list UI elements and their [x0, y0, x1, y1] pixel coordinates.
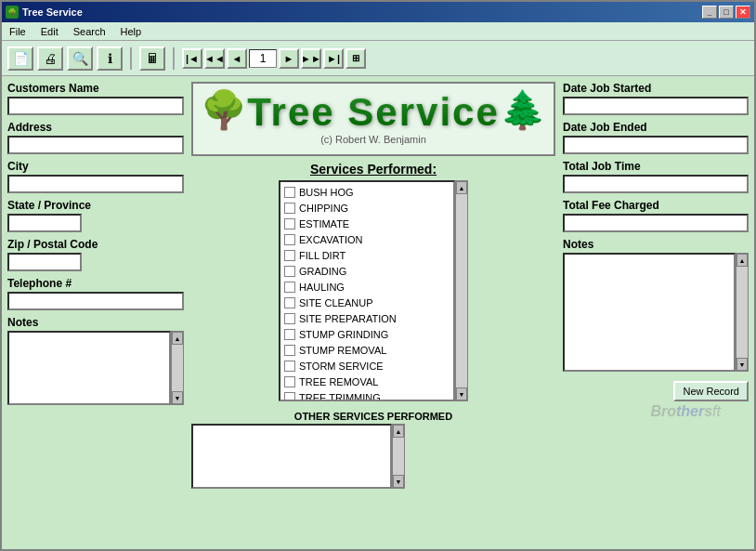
- nav-next[interactable]: ►: [279, 48, 299, 69]
- service-checkbox[interactable]: [284, 218, 295, 230]
- service-item-label: ESTIMATE: [299, 218, 349, 230]
- address-input[interactable]: [7, 136, 184, 154]
- nav-next-next[interactable]: ►►: [301, 48, 321, 69]
- service-list-item: STORM SERVICE: [284, 358, 450, 374]
- city-input[interactable]: [7, 175, 184, 193]
- customer-name-field: Customers Name: [7, 82, 184, 115]
- maximize-button[interactable]: □: [719, 6, 734, 19]
- telephone-input[interactable]: [7, 292, 184, 310]
- zip-field: Zip / Postal Code: [7, 238, 184, 271]
- service-checkbox[interactable]: [284, 376, 295, 387]
- telephone-label: Telephone #: [7, 277, 184, 290]
- notes-right-scroll-up[interactable]: ▲: [736, 254, 748, 267]
- service-list-item: BUSH HOG: [284, 184, 450, 200]
- service-list-item: SITE CLEANUP: [284, 295, 450, 310]
- toolbar: 📄 🖨 🔍 ℹ 🖩 |◄ ◄◄ ◄ 1 ► ►► ►| ⊞: [2, 41, 754, 76]
- nav-first[interactable]: |◄: [182, 48, 202, 69]
- notes-left-input[interactable]: [7, 331, 171, 405]
- notes-left-label: Notes: [7, 316, 184, 329]
- button-area: New Record Brothersft: [563, 381, 749, 401]
- right-panel: Date Job Started Date Job Ended Total Jo…: [563, 82, 749, 544]
- service-checkbox[interactable]: [284, 392, 295, 402]
- scroll-down-arrow[interactable]: ▼: [172, 391, 183, 404]
- services-scroll-down[interactable]: ▼: [456, 387, 467, 400]
- zip-input[interactable]: [7, 253, 82, 271]
- nav-grid[interactable]: ⊞: [345, 48, 366, 69]
- scroll-up-arrow[interactable]: ▲: [172, 332, 183, 345]
- notes-right-input[interactable]: [563, 253, 736, 372]
- total-time-input[interactable]: [563, 175, 749, 193]
- watermark: Brothersft: [650, 403, 721, 420]
- toolbar-separator: [130, 47, 132, 70]
- menu-search[interactable]: Search: [70, 25, 110, 38]
- service-list-item: SITE PREPARATION: [284, 310, 450, 326]
- customer-name-input[interactable]: [7, 97, 184, 115]
- header-banner: 🌳 Tree Service (c) Robert W. Benjamin 🌲: [191, 82, 555, 156]
- service-item-label: CHIPPING: [299, 203, 348, 214]
- service-checkbox[interactable]: [284, 329, 295, 340]
- title-bar-left: 🌳 Tree Service: [6, 6, 83, 19]
- info-button[interactable]: ℹ: [97, 46, 123, 71]
- service-checkbox[interactable]: [284, 282, 295, 293]
- calc-button[interactable]: 🖩: [139, 46, 165, 71]
- notes-right-scroll-track: [736, 267, 748, 358]
- other-services-wrapper: ▲ ▼: [191, 424, 555, 489]
- new-button[interactable]: 📄: [7, 46, 33, 71]
- service-item-label: SITE PREPARATION: [299, 313, 397, 324]
- nav-prev[interactable]: ◄: [227, 48, 247, 69]
- service-checkbox[interactable]: [284, 187, 295, 198]
- date-ended-field: Date Job Ended: [563, 121, 749, 154]
- search-button[interactable]: 🔍: [67, 46, 93, 71]
- nav-last[interactable]: ►|: [323, 48, 344, 69]
- notes-left-container: ▲ ▼: [7, 331, 184, 405]
- banner-tree-left: 🌳: [201, 88, 247, 132]
- new-record-button[interactable]: New Record: [673, 381, 749, 401]
- state-label: State / Province: [7, 199, 184, 212]
- service-item-label: TREE REMOVAL: [299, 376, 378, 387]
- main-window: 🌳 Tree Service _ □ ✕ File Edit Search He…: [0, 0, 756, 551]
- services-section: Services Performed: BUSH HOGCHIPPINGESTI…: [191, 162, 555, 401]
- notes-right-scrollbar: ▲ ▼: [736, 253, 749, 372]
- other-services-input[interactable]: [191, 424, 392, 489]
- service-item-label: STUMP GRINDING: [299, 329, 388, 340]
- minimize-button[interactable]: _: [702, 6, 717, 19]
- nav-prev-prev[interactable]: ◄◄: [204, 48, 225, 69]
- other-scroll-up[interactable]: ▲: [393, 425, 404, 438]
- service-checkbox[interactable]: [284, 250, 295, 261]
- service-checkbox[interactable]: [284, 297, 295, 308]
- service-checkbox[interactable]: [284, 313, 295, 324]
- state-input[interactable]: [7, 214, 82, 232]
- date-started-input[interactable]: [563, 97, 749, 115]
- service-item-label: GRADING: [299, 266, 346, 277]
- date-ended-input[interactable]: [563, 136, 749, 154]
- center-panel: 🌳 Tree Service (c) Robert W. Benjamin 🌲 …: [191, 82, 555, 544]
- menu-bar: File Edit Search Help: [2, 22, 754, 41]
- service-item-label: EXCAVATION: [299, 234, 362, 245]
- service-list-item: GRADING: [284, 263, 450, 279]
- service-checkbox[interactable]: [284, 266, 295, 277]
- banner-title: Tree Service: [247, 93, 500, 132]
- banner-tree-right: 🌲: [500, 88, 546, 132]
- service-checkbox[interactable]: [284, 234, 295, 245]
- other-scroll-down[interactable]: ▼: [393, 475, 404, 488]
- menu-edit[interactable]: Edit: [37, 25, 62, 38]
- service-checkbox[interactable]: [284, 345, 295, 356]
- service-checkbox[interactable]: [284, 203, 295, 214]
- address-field: Address: [7, 121, 184, 154]
- menu-file[interactable]: File: [6, 25, 30, 38]
- service-checkbox[interactable]: [284, 361, 295, 372]
- services-scroll-up[interactable]: ▲: [456, 181, 467, 194]
- menu-help[interactable]: Help: [117, 25, 146, 38]
- customer-name-label: Customers Name: [7, 82, 184, 95]
- close-button[interactable]: ✕: [736, 6, 750, 19]
- other-scroll-track: [393, 438, 404, 475]
- total-fee-input[interactable]: [563, 214, 749, 232]
- total-time-field: Total Job Time: [563, 160, 749, 193]
- nav-page-number[interactable]: 1: [249, 49, 277, 68]
- window-title: Tree Service: [22, 7, 83, 18]
- notes-right-scroll-down[interactable]: ▼: [736, 358, 748, 371]
- print-button[interactable]: 🖨: [37, 46, 63, 71]
- service-item-label: BUSH HOG: [299, 187, 354, 198]
- date-started-label: Date Job Started: [563, 82, 749, 95]
- navigation-bar: |◄ ◄◄ ◄ 1 ► ►► ►| ⊞: [182, 48, 366, 69]
